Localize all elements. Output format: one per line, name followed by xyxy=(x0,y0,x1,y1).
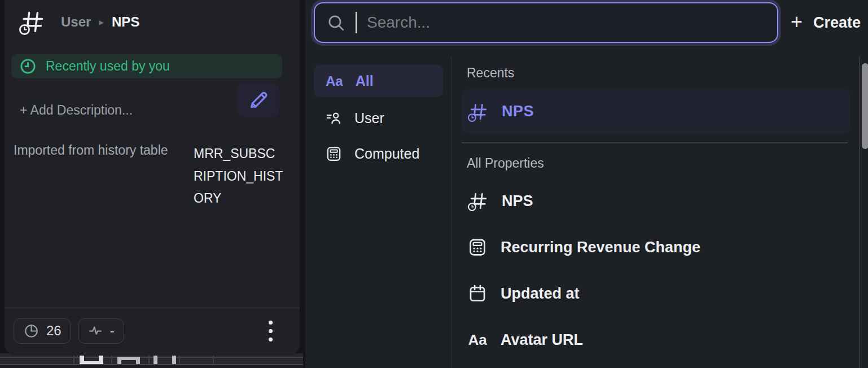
imported-table-name: MRR_SUBSCRIPTION_HISTORY xyxy=(194,143,284,210)
scrollbar-track[interactable] xyxy=(859,56,860,368)
divider xyxy=(0,365,303,368)
result-item-label: Avatar URL xyxy=(501,331,583,349)
property-item-recurring-revenue-change[interactable]: Recurring Revenue Change xyxy=(462,234,850,261)
edit-description-button[interactable] xyxy=(237,82,279,117)
calendar-icon xyxy=(468,284,487,303)
divider xyxy=(0,357,303,358)
breadcrumb-parent[interactable]: User xyxy=(61,14,91,30)
text-aa-icon: Aa xyxy=(326,73,343,89)
filter-tab-label: User xyxy=(354,110,384,126)
create-button-label: Create xyxy=(813,14,861,32)
result-item-label: Updated at xyxy=(501,285,580,303)
filter-tab-all[interactable]: Aa All xyxy=(314,65,443,97)
breadcrumb-current: NPS xyxy=(112,14,139,30)
calculator-icon xyxy=(326,146,342,162)
result-item-label: NPS xyxy=(502,192,533,210)
search-input[interactable] xyxy=(367,14,777,32)
numeric-property-clock-icon xyxy=(19,9,45,35)
type-count-value: 26 xyxy=(46,323,62,339)
result-item-label: Recurring Revenue Change xyxy=(501,239,700,256)
type-count-button[interactable]: 26 xyxy=(14,318,71,344)
create-button[interactable]: + Create xyxy=(791,7,868,38)
filter-tab-user[interactable]: User xyxy=(314,105,443,131)
imported-from-label: Imported from history table xyxy=(14,143,168,158)
plus-icon: + xyxy=(791,12,803,32)
filter-tab-label: Computed xyxy=(354,146,419,162)
property-item-avatar-url[interactable]: Aa Avatar URL xyxy=(462,326,850,353)
property-detail-panel: User ▸ NPS Recently used by you + Add De… xyxy=(5,0,300,356)
clock-icon xyxy=(19,58,37,75)
add-description-button[interactable]: + Add Description... xyxy=(20,103,133,118)
property-header: User ▸ NPS xyxy=(19,9,139,35)
recent-item-nps[interactable]: NPS xyxy=(462,89,850,134)
activity-button[interactable]: - xyxy=(78,318,124,344)
scrollbar-thumb[interactable] xyxy=(862,63,868,149)
recents-header: Recents xyxy=(467,65,514,81)
property-item-updated-at[interactable]: Updated at xyxy=(462,280,850,307)
all-properties-header: All Properties xyxy=(467,156,544,171)
activity-value: - xyxy=(110,323,115,339)
property-item-nps[interactable]: NPS xyxy=(462,187,850,214)
filter-tab-computed[interactable]: Computed xyxy=(314,141,443,167)
text-aa-icon: Aa xyxy=(468,331,487,349)
result-item-label: NPS xyxy=(502,103,534,120)
search-bar xyxy=(314,2,778,43)
chevron-right-icon: ▸ xyxy=(99,16,104,28)
recently-used-badge: Recently used by you xyxy=(11,54,282,78)
numeric-property-clock-icon xyxy=(468,191,488,211)
text-cursor xyxy=(356,12,357,33)
numeric-property-clock-icon xyxy=(468,102,488,122)
divider xyxy=(451,56,451,368)
pencil-icon xyxy=(247,89,270,111)
user-list-icon xyxy=(326,110,342,126)
divider xyxy=(462,142,848,143)
more-options-button[interactable] xyxy=(269,321,273,341)
recently-used-label: Recently used by you xyxy=(46,59,170,74)
calculator-icon xyxy=(468,238,487,257)
pulse-icon xyxy=(87,323,103,339)
filter-tab-label: All xyxy=(356,73,374,89)
search-icon xyxy=(327,14,345,32)
property-picker-panel: + Create Aa All User xyxy=(305,0,868,368)
property-footer-toolbar: 26 - xyxy=(5,308,300,356)
breadcrumb: User ▸ NPS xyxy=(61,14,139,30)
pie-chart-icon xyxy=(23,323,40,339)
